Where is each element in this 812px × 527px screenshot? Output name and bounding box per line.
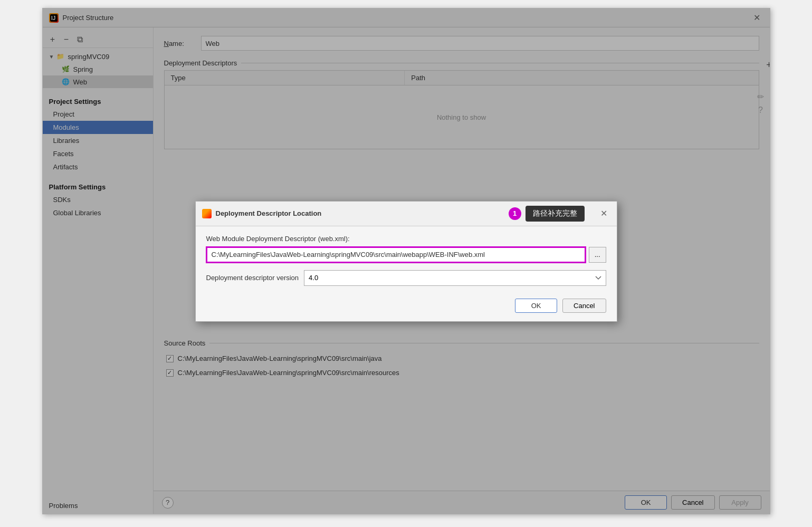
badge-tooltip: 路径补充完整 [526, 206, 585, 222]
dialog-overlay: Deployment Descriptor Location 1 路径补充完整 … [43, 8, 770, 514]
tooltip-area: 1 路径补充完整 [509, 206, 585, 222]
dialog-title: Deployment Descriptor Location [216, 209, 509, 217]
dialog-icon [202, 209, 212, 218]
version-label: Deployment descriptor version [206, 274, 299, 282]
badge-circle: 1 [509, 207, 521, 220]
dialog-body: Web Module Deployment Descriptor (web.xm… [196, 226, 617, 321]
dialog-close-button[interactable]: ✕ [597, 207, 610, 219]
dialog-field-label: Web Module Deployment Descriptor (web.xm… [206, 235, 606, 243]
dialog: Deployment Descriptor Location 1 路径补充完整 … [195, 201, 617, 322]
dialog-cancel-button[interactable]: Cancel [562, 299, 606, 313]
deployment-descriptor-path-input[interactable] [206, 247, 586, 263]
dialog-title-bar: Deployment Descriptor Location 1 路径补充完整 … [196, 202, 617, 226]
browse-button[interactable]: ... [589, 247, 606, 263]
dialog-buttons: OK Cancel [206, 296, 606, 313]
dialog-input-row: ... [206, 247, 606, 263]
dialog-version-row: Deployment descriptor version 4.0 [206, 270, 606, 286]
version-select[interactable]: 4.0 [304, 270, 606, 286]
dialog-ok-button[interactable]: OK [515, 299, 557, 313]
main-window: IJ Project Structure ✕ + − ⧉ ▼ 📁 springM… [42, 8, 770, 514]
